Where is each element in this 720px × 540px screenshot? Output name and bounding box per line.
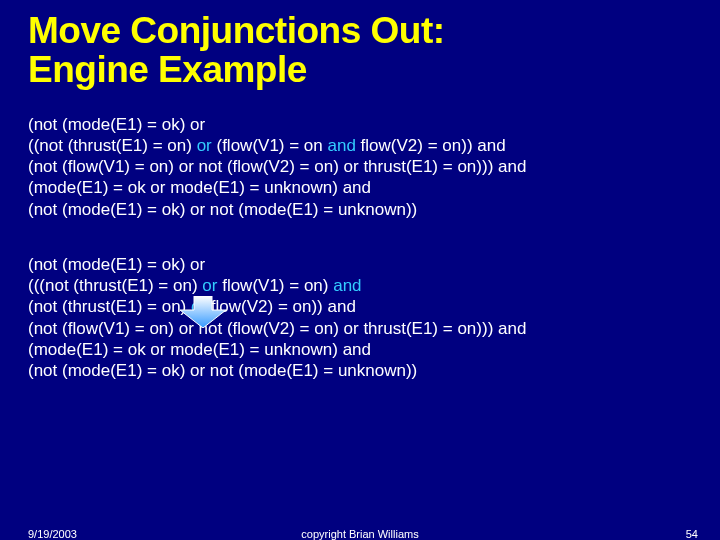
expr-line: (not (mode(E1) = ok) or not (mode(E1) = … <box>28 360 692 381</box>
slide: Move Conjunctions Out: Engine Example (n… <box>0 0 720 540</box>
keyword-or: or <box>197 136 212 155</box>
keyword-and: and <box>328 136 356 155</box>
expr-line: (not (mode(E1) = ok) or not (mode(E1) = … <box>28 199 692 220</box>
content-block-2: (not (mode(E1) = ok) or (((not (thrust(E… <box>0 220 720 382</box>
footer-copyright: copyright Brian Williams <box>0 528 720 540</box>
content-block-1: (not (mode(E1) = ok) or ((not (thrust(E1… <box>0 90 720 220</box>
footer-page-number: 54 <box>686 528 698 540</box>
expr-line: (not (flow(V1) = on) or not (flow(V2) = … <box>28 318 692 339</box>
svg-marker-0 <box>180 296 226 328</box>
expr-line: (not (mode(E1) = ok) or <box>28 114 692 135</box>
expr-line: (mode(E1) = ok or mode(E1) = unknown) an… <box>28 339 692 360</box>
expr-line: ((not (thrust(E1) = on) or (flow(V1) = o… <box>28 135 692 156</box>
down-arrow-icon <box>180 296 226 332</box>
expr-line: (not (flow(V1) = on) or not (flow(V2) = … <box>28 156 692 177</box>
slide-title: Move Conjunctions Out: Engine Example <box>0 0 720 90</box>
keyword-and: and <box>333 276 361 295</box>
title-line-2: Engine Example <box>28 49 307 90</box>
expr-line: (not (mode(E1) = ok) or <box>28 254 692 275</box>
keyword-or: or <box>202 276 217 295</box>
expr-line: (mode(E1) = ok or mode(E1) = unknown) an… <box>28 177 692 198</box>
expr-line: (not (thrust(E1) = on) or flow(V2) = on)… <box>28 296 692 317</box>
title-line-1: Move Conjunctions Out: <box>28 10 445 51</box>
expr-line: (((not (thrust(E1) = on) or flow(V1) = o… <box>28 275 692 296</box>
